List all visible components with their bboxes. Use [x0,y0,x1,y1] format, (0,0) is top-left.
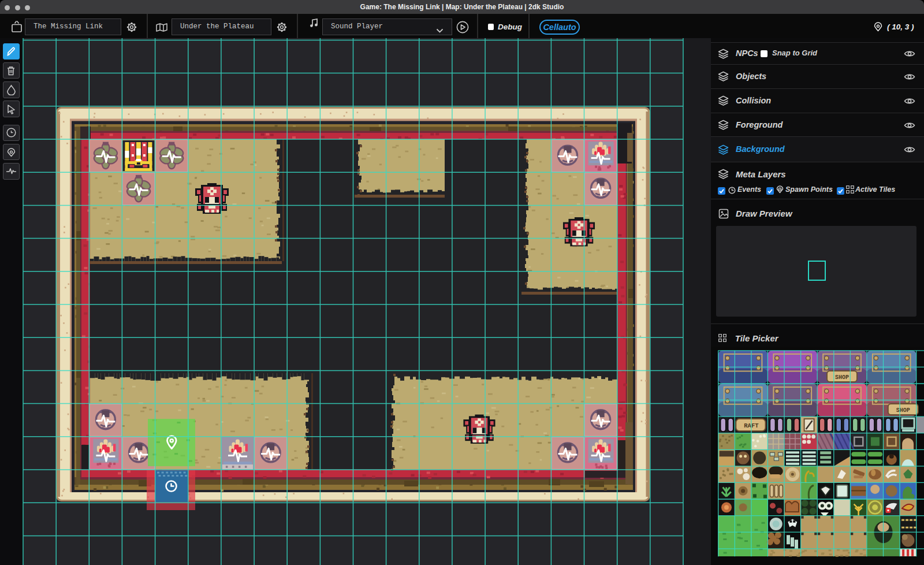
svg-text:SHOP: SHOP [835,374,849,381]
svg-text:SHOP: SHOP [896,407,910,414]
